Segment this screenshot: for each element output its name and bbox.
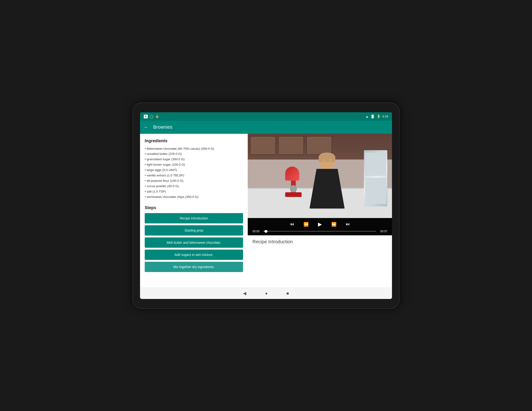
- status-icon-lock: 🔒: [155, 115, 159, 118]
- ingredients-list: • Bittersweet chocolate (60-70% cacao) (…: [145, 146, 243, 200]
- list-item: • all purpose flour (140.0 G): [145, 178, 243, 184]
- page-title: Brownies: [153, 124, 172, 130]
- mixer-head: [285, 166, 299, 181]
- skip-to-start-button[interactable]: ⏮: [289, 221, 295, 228]
- list-item: • cocoa powder (40.0 G): [145, 184, 243, 189]
- left-panel: Ingredients • Bittersweet chocolate (60-…: [140, 134, 248, 288]
- steps-section: Steps Recipe Introduction Starting prep …: [145, 205, 243, 272]
- person-eye-right: [329, 160, 331, 160]
- playback-controls: ⏮ ⏪ ▶ ⏩ ⏭: [252, 220, 387, 228]
- person-body: [310, 169, 345, 209]
- person: [310, 154, 345, 209]
- list-item: • large eggs (5.0 UNIT): [145, 167, 243, 173]
- fast-forward-button[interactable]: ⏩: [330, 221, 337, 228]
- list-item: • granulated sugar (300.0 G): [145, 157, 243, 162]
- fridge-top-door: [365, 153, 386, 176]
- tablet-screen: A ◯ 🔒 ▲ ▐▌ 🔋 4:16 ← Brownies Ingredients: [140, 112, 392, 299]
- signal-icon: ▐▌: [370, 115, 375, 118]
- step-starting-prep[interactable]: Starting prep: [145, 225, 243, 236]
- status-icon-a: A: [144, 115, 148, 118]
- status-bar-right: ▲ ▐▌ 🔋 4:16: [365, 115, 388, 118]
- fridge: [364, 150, 387, 206]
- recent-nav-button[interactable]: ■: [286, 291, 289, 296]
- rewind-button[interactable]: ⏪: [303, 221, 310, 228]
- main-content: Ingredients • Bittersweet chocolate (60-…: [140, 134, 392, 288]
- total-time: 00:07: [378, 230, 387, 233]
- video-thumbnail[interactable]: [248, 134, 392, 218]
- cabinet-door-1: [250, 136, 276, 155]
- video-controls: ⏮ ⏪ ▶ ⏩ ⏭ 00:00 00:07: [248, 218, 392, 235]
- person-eye-left: [323, 160, 325, 160]
- step-melt-butter[interactable]: Melt butter and bittersweet chocolate.: [145, 237, 243, 248]
- progress-thumb[interactable]: [265, 230, 267, 233]
- mixer-bowl: [290, 185, 297, 192]
- video-container: ⏮ ⏪ ▶ ⏩ ⏭ 00:00 00:07: [248, 134, 392, 235]
- steps-title: Steps: [145, 205, 243, 210]
- battery-icon: 🔋: [377, 115, 380, 118]
- list-item: • semisweet chocolate chips (350.0 G): [145, 194, 243, 200]
- video-label: Recipe Introduction: [248, 235, 392, 248]
- tablet-frame: A ◯ 🔒 ▲ ▐▌ 🔋 4:16 ← Brownies Ingredients: [133, 103, 399, 308]
- back-nav-button[interactable]: ◀: [243, 291, 246, 296]
- step-mix-dry[interactable]: Mix together dry ingredients.: [145, 262, 243, 272]
- status-bar: A ◯ 🔒 ▲ ▐▌ 🔋 4:16: [140, 112, 392, 121]
- list-item: • unsalted butter (226.0 G): [145, 151, 243, 157]
- step-add-sugars[interactable]: Add sugars to wet mixture.: [145, 250, 243, 260]
- cabinet-door-2: [278, 136, 304, 155]
- list-item: • salt (1.5 TSP): [145, 189, 243, 194]
- progress-row: 00:00 00:07: [252, 230, 387, 233]
- ingredients-section: Ingredients • Bittersweet chocolate (60-…: [145, 138, 243, 200]
- person-hair: [319, 153, 335, 162]
- ingredients-title: Ingredients: [145, 138, 243, 143]
- progress-bar[interactable]: [264, 231, 376, 232]
- right-panel: ⏮ ⏪ ▶ ⏩ ⏭ 00:00 00:07: [248, 134, 392, 288]
- nav-bar: ◀ ● ■: [140, 288, 392, 299]
- mixer: [285, 166, 302, 197]
- list-item: • Bittersweet chocolate (60-70% cacao) (…: [145, 146, 243, 152]
- wifi-icon: ▲: [365, 115, 369, 118]
- list-item: • vanilla extract (1.0 TBLSP): [145, 173, 243, 178]
- cabinet-door-3: [306, 136, 332, 155]
- back-button[interactable]: ←: [144, 124, 148, 130]
- step-recipe-introduction[interactable]: Recipe Introduction: [145, 213, 243, 223]
- kitchen-background: [248, 134, 392, 218]
- mixer-base: [285, 192, 302, 197]
- person-head: [319, 154, 335, 170]
- clock: 4:16: [382, 115, 388, 118]
- fridge-bottom-door: [365, 178, 386, 204]
- app-bar: ← Brownies: [140, 121, 392, 134]
- status-bar-left: A ◯ 🔒: [144, 115, 159, 118]
- list-item: • light brown sugar (100.0 G): [145, 162, 243, 167]
- skip-to-end-button[interactable]: ⏭: [345, 221, 351, 228]
- play-button[interactable]: ▶: [317, 220, 323, 228]
- home-nav-button[interactable]: ●: [265, 291, 268, 296]
- current-time: 00:00: [252, 230, 261, 233]
- status-icon-circle: ◯: [150, 115, 153, 118]
